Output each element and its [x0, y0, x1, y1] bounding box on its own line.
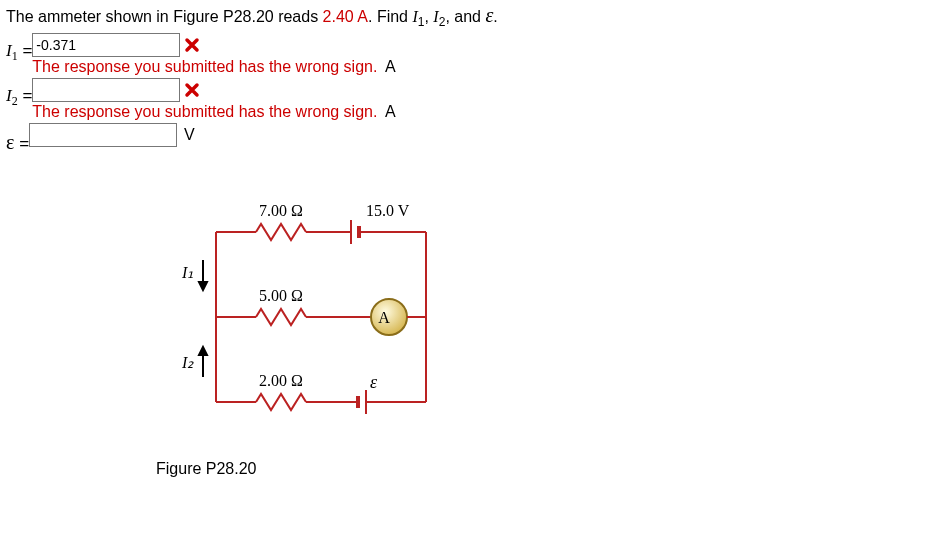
fig-r2: 5.00 Ω: [259, 287, 303, 304]
label-i1: I1 =: [6, 33, 32, 64]
figure-caption: Figure P28.20: [156, 460, 496, 478]
wrong-icon: [184, 37, 200, 53]
row-i1: I1 = The response you submitted has the …: [6, 33, 935, 76]
emf-eq: =: [14, 134, 29, 153]
q-sep2: , and: [445, 8, 485, 25]
label-i2: I2 =: [6, 78, 32, 109]
q-period: .: [493, 8, 497, 25]
wrong-icon: [184, 82, 200, 98]
fig-ammeter: A: [378, 309, 390, 326]
circuit-diagram: 7.00 Ω 15.0 V 5.00 Ω A 2.00 Ω ε I₁ I₂: [156, 182, 456, 442]
i2-eq: =: [18, 86, 33, 105]
fig-emf: ε: [370, 372, 378, 392]
fig-r1: 7.00 Ω: [259, 202, 303, 219]
q-pre: The ammeter shown in Figure P28.20 reads: [6, 8, 323, 25]
fig-v1: 15.0 V: [366, 202, 410, 219]
input-emf[interactable]: [29, 123, 177, 147]
row-i2: I2 = The response you submitted has the …: [6, 78, 935, 121]
question-text: The ammeter shown in Figure P28.20 reads…: [6, 4, 935, 29]
feedback-i2-text: The response you submitted has the wrong…: [32, 103, 377, 120]
input-i2[interactable]: [32, 78, 180, 102]
fig-r3: 2.00 Ω: [259, 372, 303, 389]
svg-marker-6: [199, 282, 207, 290]
fig-i1: I₁: [181, 264, 193, 281]
unit-emf: V: [184, 126, 195, 144]
feedback-i1: The response you submitted has the wrong…: [32, 58, 395, 76]
q-reading: 2.40 A: [323, 8, 368, 25]
fig-i2: I₂: [181, 354, 194, 371]
unit-i1: A: [385, 58, 396, 75]
feedback-i2: The response you submitted has the wrong…: [32, 103, 395, 121]
i1-eq: =: [18, 41, 33, 60]
label-emf: ε =: [6, 123, 29, 154]
input-i1[interactable]: [32, 33, 180, 57]
q-post1: . Find: [368, 8, 412, 25]
feedback-i1-text: The response you submitted has the wrong…: [32, 58, 377, 75]
unit-i2: A: [385, 103, 396, 120]
figure: 7.00 Ω 15.0 V 5.00 Ω A 2.00 Ω ε I₁ I₂ Fi…: [156, 182, 496, 478]
row-emf: ε = V: [6, 123, 935, 154]
svg-marker-8: [199, 347, 207, 355]
